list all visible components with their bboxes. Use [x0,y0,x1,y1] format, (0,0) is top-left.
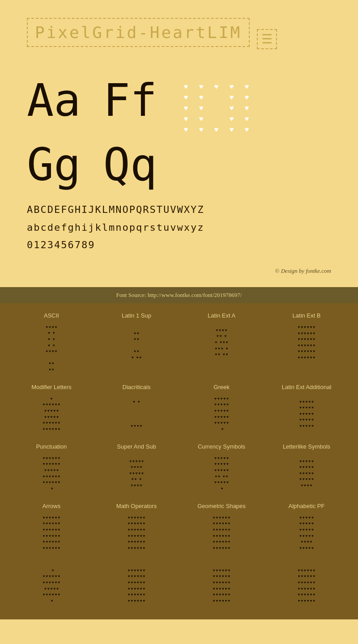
glyph-preview-latinextb: ♥ ♥ ♥ ♥ ♥ ♥♥ ♥ ♥ ♥ ♥ ♥♥ ♥ ♥ ♥ ♥ ♥♥ ♥ ♥ ♥… [268,322,345,363]
hearts-display: ♥♥♥♥♥ ♥♥♥♥ ♥♥♥♥ ♥♥♥♥ ♥♥♥♥♥ [184,83,257,134]
glyph-preview-currencysymbols: ♥ ♥ ♥ ♥ ♥♥ ♥ ♥ ♥ ♥♥ ♥ ♥ ♥ ♥♥ ♥ ♥ ♥♥ ♥ ♥ … [183,453,260,494]
glyph-block-modletters: Modifier Letters ♥♥ ♥ ♥ ♥ ♥ ♥♥ ♥ ♥ ♥ ♥♥ … [13,384,90,434]
glyph-label-punctuation: Punctuation [36,443,67,450]
glyph-preview-greek: ♥ ♥ ♥ ♥ ♥♥ ♥ ♥ ♥ ♥♥ ♥ ♥ ♥ ♥♥ ♥ ♥ ♥ ♥♥ ♥ … [183,394,260,434]
glyph-preview-row5c: ♥ ♥ ♥ ♥ ♥ ♥♥ ♥ ♥ ♥ ♥ ♥♥ ♥ ♥ ♥ ♥ ♥♥ ♥ ♥ ♥… [183,566,260,606]
glyph-preview-alphabeticpf: ♥ ♥ ♥ ♥ ♥♥ ♥ ♥ ♥ ♥♥ ♥ ♥ ♥ ♥♥ ♥ ♥ ♥ ♥♥ ♥ … [268,513,345,553]
glyph-block-superandsub: Super And Sub ♥ ♥ ♥ ♥ ♥♥ ♥ ♥ ♥♥ ♥ ♥ ♥ ♥♥… [98,443,175,494]
glyph-grid: ASCII ♥ ♥ ♥ ♥♥ ♥♥ ♥♥ ♥♥ ♥ ♥ ♥ ♥ ♥♥ ♥ Lat… [13,312,345,606]
glyph-preview-arrows: ♥ ♥ ♥ ♥ ♥ ♥♥ ♥ ♥ ♥ ♥ ♥♥ ♥ ♥ ♥ ♥ ♥♥ ♥ ♥ ♥… [13,513,90,553]
glyph-preview-mathoperators: ♥ ♥ ♥ ♥ ♥ ♥♥ ♥ ♥ ♥ ♥ ♥♥ ♥ ♥ ♥ ♥ ♥♥ ♥ ♥ ♥… [98,513,175,553]
sample-letter-qq: Qq [103,143,157,187]
glyph-label-letterlikesymbols: Letterlike Symbols [283,443,330,450]
sample-letter-aa: Aa [27,78,81,123]
glyph-block-ascii: ASCII ♥ ♥ ♥ ♥♥ ♥♥ ♥♥ ♥♥ ♥ ♥ ♥ ♥ ♥♥ ♥ [13,312,90,375]
glyph-block-mathoperators: Math Operators ♥ ♥ ♥ ♥ ♥ ♥♥ ♥ ♥ ♥ ♥ ♥♥ ♥… [98,503,175,553]
glyph-block-arrows: Arrows ♥ ♥ ♥ ♥ ♥ ♥♥ ♥ ♥ ♥ ♥ ♥♥ ♥ ♥ ♥ ♥ ♥… [13,503,90,553]
glyph-block-punctuation: Punctuation ♥ ♥ ♥ ♥ ♥ ♥♥ ♥ ♥ ♥ ♥ ♥♥ ♥ ♥ … [13,443,90,494]
glyph-label-currencysymbols: Currency Symbols [198,443,245,450]
glyph-preview-latinexta: ♥ ♥ ♥ ♥♥ ♥ ♥♥ ♥ ♥ ♥♥ ♥ ♥ ♥♥ ♥ ♥ ♥ [183,322,260,363]
glyph-label-modletters: Modifier Letters [31,384,72,390]
source-bar: Font Source: http://www.fontke.com/font/… [0,287,358,303]
glyph-block-alphabeticpf: Alphabetic PF ♥ ♥ ♥ ♥ ♥♥ ♥ ♥ ♥ ♥♥ ♥ ♥ ♥ … [268,503,345,553]
glyph-block-letterlikesymbols: Letterlike Symbols ♥ ♥ ♥ ♥ ♥♥ ♥ ♥ ♥ ♥♥ ♥… [268,443,345,494]
glyph-label-alphabeticpf: Alphabetic PF [289,503,325,509]
glyph-block-greek: Greek ♥ ♥ ♥ ♥ ♥♥ ♥ ♥ ♥ ♥♥ ♥ ♥ ♥ ♥♥ ♥ ♥ ♥… [183,384,260,434]
menu-icon[interactable]: ☰ [257,29,277,49]
top-section: PixelGrid-HeartLIM ☰ Aa Ff ♥♥♥♥♥ ♥♥♥♥ ♥♥… [0,0,358,287]
glyph-label-latinexta: Latin Ext A [208,312,235,319]
glyph-block-latinexta: Latin Ext A ♥ ♥ ♥ ♥♥ ♥ ♥♥ ♥ ♥ ♥♥ ♥ ♥ ♥♥ … [183,312,260,375]
glyph-preview-geometricshapes: ♥ ♥ ♥ ♥ ♥ ♥♥ ♥ ♥ ♥ ♥ ♥♥ ♥ ♥ ♥ ♥ ♥♥ ♥ ♥ ♥… [183,513,260,553]
font-title: PixelGrid-HeartLIM [27,18,250,47]
glyph-block-latinextb: Latin Ext B ♥ ♥ ♥ ♥ ♥ ♥♥ ♥ ♥ ♥ ♥ ♥♥ ♥ ♥ … [268,312,345,375]
glyph-label-mathoperators: Math Operators [116,503,157,509]
glyph-preview-row5a: ♥♥ ♥ ♥ ♥ ♥ ♥♥ ♥ ♥ ♥ ♥ ♥♥ ♥ ♥ ♥ ♥♥ ♥ ♥ ♥ … [13,566,90,606]
glyph-label-latin1sup: Latin 1 Sup [122,312,151,319]
glyph-label-greek: Greek [213,384,229,390]
bottom-section: ASCII ♥ ♥ ♥ ♥♥ ♥♥ ♥♥ ♥♥ ♥ ♥ ♥ ♥ ♥♥ ♥ Lat… [0,303,358,619]
sample-letter-ff: Ff [103,78,157,123]
glyph-preview-letterlikesymbols: ♥ ♥ ♥ ♥ ♥♥ ♥ ♥ ♥ ♥♥ ♥ ♥ ♥ ♥♥ ♥ ♥ ♥ ♥♥ ♥ … [268,453,345,494]
glyph-block-row5b: ♥ ♥ ♥ ♥ ♥ ♥♥ ♥ ♥ ♥ ♥ ♥♥ ♥ ♥ ♥ ♥ ♥♥ ♥ ♥ ♥… [98,562,175,606]
glyph-label-diacriticals: Diacriticals [123,384,151,390]
glyph-block-latin1sup: Latin 1 Sup ♥ ♥♥ ♥ ♥ ♥♥ ♥ ♥ [98,312,175,375]
glyph-preview-modletters: ♥♥ ♥ ♥ ♥ ♥ ♥♥ ♥ ♥ ♥ ♥♥ ♥ ♥ ♥ ♥♥ ♥ ♥ ♥ ♥ … [13,394,90,434]
lowercase-sample: abcdefghijklmnopqrstuvwxyz [27,219,331,237]
glyph-preview-ascii: ♥ ♥ ♥ ♥♥ ♥♥ ♥♥ ♥♥ ♥ ♥ ♥ ♥ ♥♥ ♥ [13,322,90,375]
credit-text: © Design by fontke.com [27,263,331,278]
glyph-label-latinextadd: Latin Ext Additional [282,384,332,390]
glyph-label-geometricshapes: Geometric Shapes [197,503,246,509]
glyph-block-latinextadd: Latin Ext Additional ♥ ♥ ♥ ♥ ♥♥ ♥ ♥ ♥ ♥♥… [268,384,345,434]
glyph-block-row5d: ♥ ♥ ♥ ♥ ♥ ♥♥ ♥ ♥ ♥ ♥ ♥♥ ♥ ♥ ♥ ♥ ♥♥ ♥ ♥ ♥… [268,562,345,606]
alphabet-section: ABCDEFGHIJKLMNOPQRSTUVWXYZ abcdefghijklm… [27,201,331,263]
glyph-preview-latinextadd: ♥ ♥ ♥ ♥ ♥♥ ♥ ♥ ♥ ♥♥ ♥ ♥ ♥ ♥♥ ♥ ♥ ♥ ♥♥ ♥ … [268,394,345,434]
glyph-block-geometricshapes: Geometric Shapes ♥ ♥ ♥ ♥ ♥ ♥♥ ♥ ♥ ♥ ♥ ♥♥… [183,503,260,553]
numbers-sample: 0123456789 [27,236,331,254]
sample-letter-gg: Gg [27,143,81,187]
glyph-label-superandsub: Super And Sub [117,443,156,450]
glyph-preview-superandsub: ♥ ♥ ♥ ♥ ♥♥ ♥ ♥ ♥♥ ♥ ♥ ♥ ♥♥ ♥ ♥♥ ♥ ♥ ♥ [98,453,175,494]
glyph-label-ascii: ASCII [44,312,59,319]
glyph-preview-row5b: ♥ ♥ ♥ ♥ ♥ ♥♥ ♥ ♥ ♥ ♥ ♥♥ ♥ ♥ ♥ ♥ ♥♥ ♥ ♥ ♥… [98,566,175,606]
glyph-label-latinextb: Latin Ext B [293,312,321,319]
glyph-block-row5a: ♥♥ ♥ ♥ ♥ ♥ ♥♥ ♥ ♥ ♥ ♥ ♥♥ ♥ ♥ ♥ ♥♥ ♥ ♥ ♥ … [13,562,90,606]
glyph-label-arrows: Arrows [43,503,60,509]
glyph-block-diacriticals: Diacriticals ♥ ♥ ♥ ♥ ♥ ♥ [98,384,175,434]
glyph-preview-row5d: ♥ ♥ ♥ ♥ ♥ ♥♥ ♥ ♥ ♥ ♥ ♥♥ ♥ ♥ ♥ ♥ ♥♥ ♥ ♥ ♥… [268,566,345,606]
glyph-preview-diacriticals: ♥ ♥ ♥ ♥ ♥ ♥ [98,394,175,434]
glyph-block-currencysymbols: Currency Symbols ♥ ♥ ♥ ♥ ♥♥ ♥ ♥ ♥ ♥♥ ♥ ♥… [183,443,260,494]
glyph-preview-punctuation: ♥ ♥ ♥ ♥ ♥ ♥♥ ♥ ♥ ♥ ♥ ♥♥ ♥ ♥ ♥ ♥♥ ♥ ♥ ♥ ♥… [13,453,90,494]
glyph-preview-latin1sup: ♥ ♥♥ ♥ ♥ ♥♥ ♥ ♥ [98,322,175,363]
uppercase-sample: ABCDEFGHIJKLMNOPQRSTUVWXYZ [27,201,331,219]
glyph-block-row5c: ♥ ♥ ♥ ♥ ♥ ♥♥ ♥ ♥ ♥ ♥ ♥♥ ♥ ♥ ♥ ♥ ♥♥ ♥ ♥ ♥… [183,562,260,606]
